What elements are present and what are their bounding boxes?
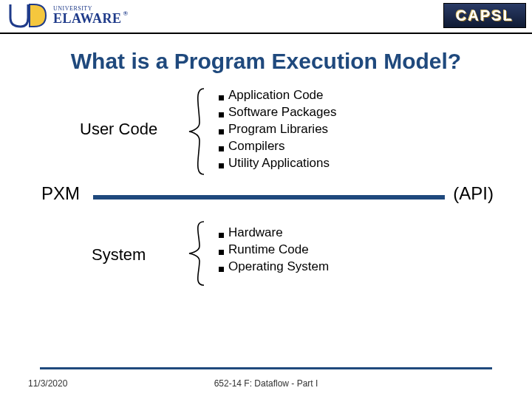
bullet-icon: [219, 233, 224, 238]
footer-rule: [40, 367, 492, 369]
capsl-text: CAPSL: [456, 7, 514, 24]
ud-bottom-text: ELAWARE®: [53, 12, 129, 25]
list-item: Compilers: [219, 138, 336, 155]
list-item: Hardware: [219, 225, 329, 242]
slide: UNIVERSITY ELAWARE® CAPSL What is a Prog…: [0, 0, 532, 399]
ud-monogram-icon: [6, 1, 49, 30]
pxm-divider: [93, 195, 445, 200]
label-system: System: [92, 245, 146, 265]
list-item: Software Packages: [219, 104, 336, 121]
bullet-icon: [219, 250, 224, 255]
bullet-icon: [219, 146, 224, 151]
bullet-icon: [219, 95, 224, 100]
brace-icon: [188, 87, 208, 176]
footer-course: 652-14 F: Dataflow - Part I: [0, 378, 532, 389]
list-item: Application Code: [219, 87, 336, 104]
bullet-icon: [219, 163, 224, 168]
capsl-logo: CAPSL: [443, 3, 526, 28]
label-user-code: User Code: [80, 120, 157, 139]
content: User Code Application Code Software Pack…: [0, 74, 532, 369]
list-item: Utility Applications: [219, 155, 336, 172]
list-item: Operating System: [219, 259, 329, 276]
ud-wordmark: UNIVERSITY ELAWARE®: [53, 6, 129, 25]
bullet-icon: [219, 267, 224, 272]
user-code-list: Application Code Software Packages Progr…: [219, 87, 336, 172]
header: UNIVERSITY ELAWARE® CAPSL: [0, 0, 532, 34]
label-pxm: PXM: [41, 183, 80, 204]
list-item: Runtime Code: [219, 242, 329, 259]
bullet-icon: [219, 129, 224, 134]
list-item: Program Libraries: [219, 121, 336, 138]
registered-icon: ®: [123, 10, 129, 17]
ud-logo: UNIVERSITY ELAWARE®: [6, 1, 129, 30]
bullet-icon: [219, 112, 224, 117]
label-api: (API): [453, 183, 494, 204]
page-title: What is a Program Execution Model?: [0, 49, 532, 74]
system-list: Hardware Runtime Code Operating System: [219, 225, 329, 276]
brace-icon: [188, 220, 208, 287]
